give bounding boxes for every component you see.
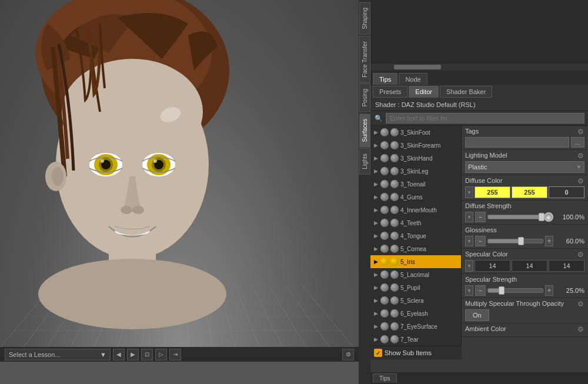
specular-left-arrow[interactable]: ▼ — [465, 260, 473, 272]
specular-strength-left-arrow[interactable]: ▼ — [465, 285, 473, 296]
top-scrollbar[interactable] — [370, 64, 588, 71]
tags-dots-button[interactable]: ... — [571, 137, 584, 148]
specular-r-box[interactable]: 14 — [475, 260, 510, 272]
list-item[interactable]: ▶ 7_EyeSurface — [370, 320, 461, 333]
item-icon — [380, 128, 389, 136]
search-icon[interactable]: 🔍 — [374, 113, 383, 123]
expand-arrow: ▶ — [373, 336, 379, 342]
svg-point-17 — [132, 206, 144, 214]
diffuse-strength-minus[interactable]: – — [475, 212, 486, 222]
lighting-gear-icon[interactable]: ⚙ — [576, 152, 584, 160]
nav-prev-btn[interactable]: ◀ — [113, 349, 125, 360]
ambient-gear-icon[interactable]: ⚙ — [576, 325, 584, 333]
diffuse-left-arrow[interactable]: ▼ — [465, 186, 473, 198]
item-label: 7_EyeSurface — [400, 323, 437, 330]
diffuse-strength-left-arrow[interactable]: ▼ — [465, 212, 473, 222]
side-tabs: Shaping Face Transfer Posing Surfaces Li… — [359, 0, 370, 384]
nav-next-btn[interactable]: ▶ — [127, 349, 139, 360]
glossiness-value: 60.0% — [555, 238, 584, 245]
scrollbar-thumb — [394, 65, 441, 69]
diffuse-gear-icon[interactable]: ⚙ — [576, 177, 584, 185]
glossiness-thumb[interactable] — [518, 237, 524, 245]
nav-settings-btn[interactable]: ⚙ — [342, 349, 354, 360]
nav-camera-btn[interactable]: ⊡ — [141, 349, 153, 360]
list-item[interactable]: ▶ 5_Lacrimal — [370, 268, 461, 281]
shader-label: Shader : DAZ Studio Default (RSL) — [370, 99, 588, 111]
glossiness-left-arrow[interactable]: ▼ — [465, 236, 473, 246]
bottom-tab-tips[interactable]: Tips — [373, 373, 397, 383]
list-item[interactable]: ▶ 3_SkinForearm — [370, 139, 461, 152]
list-item[interactable]: ▶ 7_Tear — [370, 333, 461, 346]
diffuse-strength-row: Diffuse Strength ▼ – ◉ 100.0% — [462, 201, 588, 225]
toolbar-tab-presets[interactable]: Presets — [373, 86, 407, 98]
expand-arrow: ▶ — [373, 285, 379, 290]
tags-input-field[interactable] — [465, 137, 569, 148]
glossiness-label: Glossiness — [465, 226, 497, 233]
diffuse-r-box[interactable]: 255 — [475, 186, 510, 198]
expand-arrow: ▶ — [373, 310, 379, 316]
diffuse-strength-thumb[interactable] — [539, 213, 544, 221]
item-icon — [380, 154, 389, 162]
diffuse-b-box[interactable]: 0 — [549, 186, 584, 198]
specular-strength-minus[interactable]: – — [475, 285, 486, 296]
list-item[interactable]: ▶ 4_InnerMouth — [370, 203, 461, 216]
specular-strength-thumb[interactable] — [499, 286, 505, 295]
list-item[interactable]: ▶ 3_SkinHand — [370, 152, 461, 165]
right-panel: Tips Node Presets Editor Shader Baker — [370, 0, 588, 384]
figure-svg — [0, 0, 359, 347]
specular-strength-track[interactable] — [487, 288, 543, 293]
item-icon-2 — [390, 245, 399, 253]
lesson-select[interactable]: Select a Lesson... ▼ — [5, 349, 111, 360]
toolbar-tab-editor[interactable]: Editor — [409, 86, 439, 98]
item-icon-2 — [390, 206, 399, 214]
list-item[interactable]: ▶ 5_Pupil — [370, 281, 461, 294]
list-item[interactable]: ▶ 3_Toenail — [370, 178, 461, 191]
specular-strength-plus[interactable]: + — [545, 285, 553, 296]
sidebar-item-posing[interactable]: Posing — [359, 84, 370, 112]
list-item[interactable]: ▶ 4_Gums — [370, 191, 461, 203]
expand-arrow: ▶ — [373, 298, 379, 303]
viewport-bottom-bar: Select a Lesson... ▼ ◀ ▶ ⊡ ▷ ⇥ ⚙ — [0, 347, 359, 362]
specular-color-channels: ▼ 14 14 14 — [465, 260, 584, 272]
sidebar-item-shaping[interactable]: Shaping — [359, 2, 370, 35]
lighting-model-dropdown[interactable]: Plastic ▼ — [465, 161, 584, 173]
list-item[interactable]: ▶ 5_Sclera — [370, 294, 461, 307]
glossiness-plus[interactable]: + — [545, 236, 553, 246]
list-item[interactable]: ▶ 4_Tongue — [370, 229, 461, 242]
specular-gear-icon[interactable]: ⚙ — [576, 251, 584, 259]
diffuse-color-row: Diffuse Color ⚙ ▼ 255 255 — [462, 175, 588, 201]
list-item-iris[interactable]: ▶ 5_Iris — [370, 255, 461, 268]
expand-arrow: ▶ — [373, 323, 379, 329]
lighting-model-row: Lighting Model ⚙ Plastic ▼ — [462, 150, 588, 175]
nav-end-btn[interactable]: ⇥ — [169, 349, 181, 360]
sidebar-item-surfaces[interactable]: Surfaces — [359, 113, 370, 147]
sidebar-item-lights[interactable]: Lights — [359, 148, 370, 175]
diffuse-strength-track[interactable] — [487, 215, 542, 219]
diffuse-g-box[interactable]: 255 — [512, 186, 547, 198]
toolbar-tab-shader-baker[interactable]: Shader Baker — [440, 86, 492, 98]
item-icon-2 — [390, 219, 399, 227]
nav-play-btn[interactable]: ▷ — [155, 349, 167, 360]
search-input[interactable] — [386, 113, 584, 123]
list-item[interactable]: ▶ 3_SkinLeg — [370, 165, 461, 178]
list-item[interactable]: ▶ 3_SkinFoot — [370, 126, 461, 139]
list-item[interactable]: ▶ 5_Cornea — [370, 242, 461, 255]
tab-tips[interactable]: Tips — [373, 73, 397, 85]
tags-gear-icon[interactable]: ⚙ — [576, 128, 584, 136]
show-sub-items-checkbox[interactable]: ✓ — [374, 349, 382, 357]
sidebar-item-face-transfer[interactable]: Face Transfer — [359, 36, 370, 83]
bottom-tab-bar: Tips — [370, 372, 588, 384]
viewport-canvas — [0, 0, 359, 347]
tab-node[interactable]: Node — [399, 73, 427, 85]
list-item[interactable]: ▶ 4_Teeth — [370, 216, 461, 229]
multiply-specular-gear-icon[interactable]: ⚙ — [576, 300, 584, 308]
list-item[interactable]: ▶ 6_Eyelash — [370, 307, 461, 320]
specular-b-box[interactable]: 14 — [549, 260, 584, 272]
diffuse-strength-circle[interactable]: ◉ — [544, 212, 553, 222]
expand-arrow: ▶ — [373, 233, 379, 239]
glossiness-minus[interactable]: – — [475, 236, 486, 246]
search-bar: 🔍 — [370, 111, 588, 126]
glossiness-track[interactable] — [487, 239, 543, 243]
multiply-specular-toggle[interactable]: On — [465, 309, 489, 321]
specular-g-box[interactable]: 14 — [512, 260, 547, 272]
